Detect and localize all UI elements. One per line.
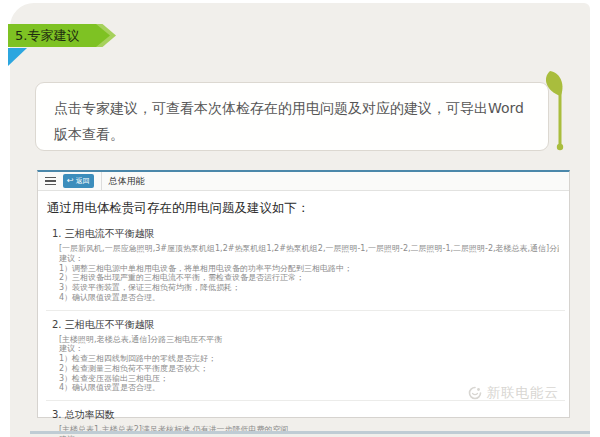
leaf-sprout-icon bbox=[536, 69, 568, 153]
tab-label: 总体用能 bbox=[109, 175, 145, 188]
xinlian-cloud-logo-icon bbox=[467, 385, 483, 401]
issue-detail: 4）确认限值设置是否合理。 bbox=[52, 293, 559, 303]
issue-detail: 2）三相设备出现严重的三相电流不平衡，需检查设备是否运行正常； bbox=[52, 273, 559, 283]
next-block-divider bbox=[30, 431, 590, 434]
section-badge-label: 5.专家建议 bbox=[15, 27, 79, 45]
back-arrow-icon: ↩ bbox=[67, 177, 74, 185]
report-heading: 通过用电体检贵司存在的用电问题及建议如下： bbox=[47, 200, 561, 217]
brand-watermark: 新联电能云 bbox=[467, 384, 560, 402]
callout-bubble: 点击专家建议，可查看本次体检存在的用电问题及对应的建议，可导出Word版本查看。 bbox=[35, 82, 549, 151]
issue-title: 3. 总功率因数 bbox=[52, 408, 559, 422]
issue-detail: [一层新风机,一层应急照明,3#屋顶热泵机组1,2#热泵机组1,2#热泵机组2,… bbox=[52, 244, 559, 254]
hamburger-menu-icon[interactable] bbox=[45, 177, 56, 186]
section-badge: 5.专家建议 bbox=[8, 24, 110, 47]
issue-detail: 2）检查测量三相负荷不平衡度是否较大； bbox=[52, 364, 559, 374]
back-button[interactable]: ↩ 返回 bbox=[63, 174, 94, 188]
issue-detail: 3）检查变压器输出三相电压； bbox=[52, 374, 559, 384]
issue-title: 1. 三相电流不平衡越限 bbox=[52, 227, 559, 241]
issue-detail: 建议： bbox=[52, 254, 559, 264]
tab-overall-energy[interactable]: 总体用能 bbox=[101, 172, 145, 190]
issue-title: 2. 三相电压不平衡越限 bbox=[52, 318, 559, 332]
section-divider bbox=[46, 310, 565, 311]
issue-section-1: 1. 三相电流不平衡越限 [一层新风机,一层应急照明,3#屋顶热泵机组1,2#热… bbox=[38, 222, 569, 306]
issue-detail: 1）调整三相电源中单相用电设备，将单相用电设备的功率平均分配到三相电路中； bbox=[52, 264, 559, 274]
issue-detail: [主楼照明,老楼总表,通信]分路三相电压不平衡 bbox=[52, 335, 559, 345]
issue-detail: 3）装设平衡装置，保证三相负荷均衡，降低损耗； bbox=[52, 283, 559, 293]
app-screenshot: ↩ 返回 总体用能 通过用电体检贵司存在的用电问题及建议如下： 1. 三相电流不… bbox=[37, 170, 570, 418]
issue-detail: 1）检查三相四线制回路中的零线是否完好； bbox=[52, 354, 559, 364]
issue-detail: 建议： bbox=[52, 344, 559, 354]
callout-text: 点击专家建议，可查看本次体检存在的用电问题及对应的建议，可导出Word版本查看。 bbox=[54, 100, 524, 142]
back-button-label: 返回 bbox=[76, 176, 90, 186]
tutorial-page: 5.专家建议 点击专家建议，可查看本次体检存在的用电问题及对应的建议，可导出Wo… bbox=[0, 0, 600, 437]
screenshot-toolbar: ↩ 返回 总体用能 bbox=[38, 172, 569, 191]
brand-watermark-text: 新联电能云 bbox=[487, 384, 560, 402]
